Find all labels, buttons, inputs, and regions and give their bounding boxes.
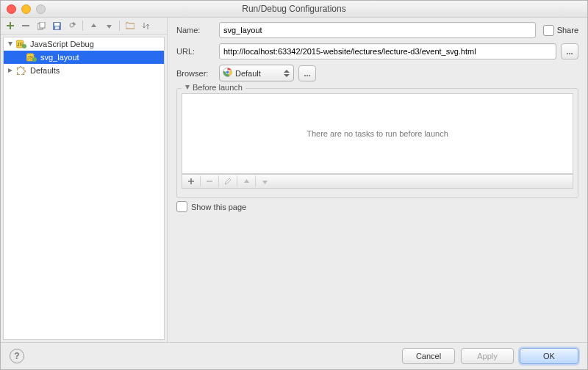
task-remove-button[interactable]	[201, 175, 219, 187]
url-input[interactable]	[219, 43, 556, 59]
svg-rect-1	[40, 22, 45, 28]
show-this-page-checkbox[interactable]	[176, 201, 187, 212]
window-minimize-button[interactable]	[21, 4, 31, 14]
browser-select[interactable]: Default	[219, 65, 294, 81]
js-debug-icon: JS	[26, 53, 37, 62]
disclosure-triangle-icon[interactable]	[7, 41, 14, 47]
window-zoom-button	[36, 4, 46, 14]
config-tree[interactable]: JS JavaScript Debug JS svg_layout	[3, 37, 165, 340]
show-this-page-label: Show this page	[191, 203, 246, 211]
browser-config-button[interactable]: ...	[298, 65, 316, 81]
window-close-button[interactable]	[7, 4, 16, 14]
browser-value: Default	[235, 69, 261, 78]
before-launch-toolbar	[182, 174, 573, 189]
url-browse-button[interactable]: ...	[561, 43, 578, 59]
before-launch-empty-text: There are no tasks to run before launch	[306, 129, 448, 138]
tree-node-defaults[interactable]: Defaults	[4, 64, 164, 77]
url-label: URL:	[176, 47, 219, 56]
help-button[interactable]: ?	[10, 349, 24, 363]
apply-button[interactable]: Apply	[461, 348, 514, 364]
disclosure-triangle-icon	[184, 84, 190, 90]
task-up-button[interactable]	[237, 175, 256, 187]
folder-button[interactable]	[123, 19, 137, 32]
stepper-arrows-icon	[282, 65, 292, 81]
before-launch-toggle[interactable]: Before launch	[182, 83, 245, 92]
task-edit-button[interactable]	[219, 175, 237, 187]
add-config-button[interactable]	[4, 19, 17, 32]
svg-point-10	[32, 57, 37, 62]
cancel-button[interactable]: Cancel	[402, 348, 455, 364]
svg-point-13	[226, 71, 229, 74]
name-input[interactable]	[219, 22, 536, 38]
sort-button[interactable]	[139, 19, 152, 32]
before-launch-section: Before launch There are no tasks to run …	[176, 88, 578, 198]
before-launch-tasklist: There are no tasks to run before launch	[182, 93, 573, 174]
js-debug-icon: JS	[15, 40, 27, 48]
browser-label: Browser:	[176, 69, 219, 78]
before-launch-legend: Before launch	[193, 83, 243, 92]
defaults-icon	[15, 66, 27, 75]
svg-point-7	[22, 44, 26, 48]
dialog-footer: ? Cancel Apply OK	[1, 342, 587, 369]
tree-label: svg_layout	[39, 53, 79, 62]
share-label: Share	[557, 26, 578, 35]
titlebar: Run/Debug Configurations	[1, 1, 587, 18]
save-config-button[interactable]	[50, 19, 63, 32]
edit-defaults-button[interactable]	[65, 19, 79, 32]
task-down-button[interactable]	[256, 175, 273, 187]
tree-node-javascript-debug[interactable]: JS JavaScript Debug	[4, 37, 164, 51]
task-add-button[interactable]	[182, 175, 201, 187]
tree-label: Defaults	[29, 66, 60, 75]
move-up-button[interactable]	[87, 19, 100, 32]
disclosure-triangle-icon[interactable]	[7, 68, 14, 73]
sidebar: JS JavaScript Debug JS svg_layout	[1, 18, 168, 342]
ok-button[interactable]: OK	[520, 348, 578, 364]
tree-label: JavaScript Debug	[29, 40, 94, 48]
share-checkbox[interactable]	[543, 25, 554, 36]
tree-node-svg-layout[interactable]: JS svg_layout	[4, 51, 164, 64]
window-title: Run/Debug Configurations	[242, 4, 345, 14]
name-label: Name:	[176, 26, 219, 35]
svg-rect-4	[55, 26, 59, 29]
config-toolbar	[1, 18, 167, 35]
move-down-button[interactable]	[102, 19, 115, 32]
chrome-icon	[223, 68, 232, 79]
copy-config-button[interactable]	[35, 19, 48, 32]
svg-rect-3	[54, 23, 60, 26]
remove-config-button[interactable]	[19, 19, 32, 32]
config-form: Name: Share URL: ... Browser: Defau	[168, 18, 587, 342]
